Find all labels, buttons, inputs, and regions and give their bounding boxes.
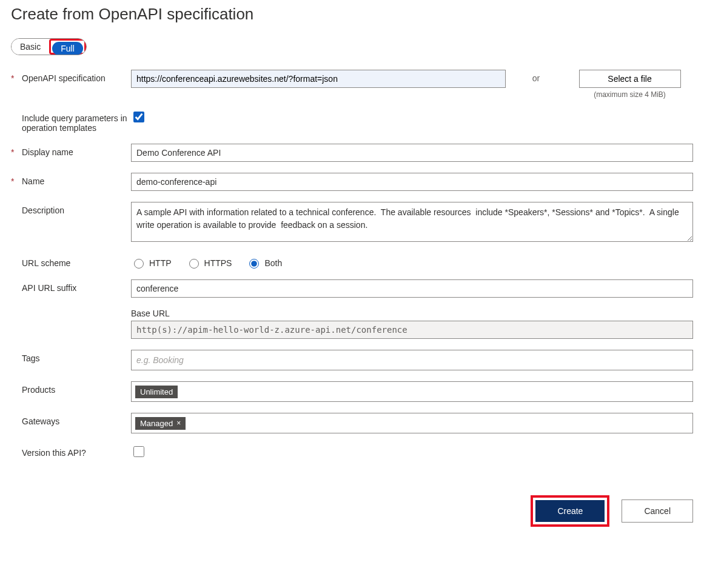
version-checkbox[interactable]	[133, 446, 144, 457]
description-textarea[interactable]: A sample API with information related to…	[131, 202, 693, 242]
required-marker: *	[11, 173, 22, 186]
or-text: or	[506, 70, 566, 83]
close-icon[interactable]: ×	[176, 419, 181, 427]
url-scheme-label: URL scheme	[22, 255, 131, 268]
display-name-input[interactable]	[131, 144, 693, 162]
include-query-checkbox[interactable]	[133, 112, 144, 122]
radio-both[interactable]: Both	[246, 257, 282, 269]
toggle-full[interactable]: Full	[52, 42, 83, 55]
required-marker: *	[11, 70, 22, 83]
gateway-chip[interactable]: Managed ×	[135, 417, 186, 430]
include-query-label: Include query parameters in operation te…	[22, 110, 131, 133]
base-url-label: Base URL	[131, 309, 693, 318]
create-button[interactable]: Create	[535, 500, 605, 522]
api-url-suffix-label: API URL suffix	[22, 279, 131, 293]
select-file-button[interactable]: Select a file	[579, 70, 681, 88]
tags-label: Tags	[22, 350, 131, 363]
name-input[interactable]	[131, 173, 693, 191]
page-title: Create from OpenAPI specification	[11, 5, 693, 24]
tags-input[interactable]: e.g. Booking	[131, 350, 693, 370]
cancel-button[interactable]: Cancel	[622, 499, 693, 523]
toggle-basic[interactable]: Basic	[12, 39, 49, 55]
base-url-input	[131, 321, 693, 339]
file-size-hint: (maximum size 4 MiB)	[566, 90, 693, 99]
api-url-suffix-input[interactable]	[131, 279, 693, 298]
gateways-label: Gateways	[22, 413, 131, 426]
products-label: Products	[22, 381, 131, 395]
openapi-spec-label: OpenAPI specification	[22, 70, 131, 83]
display-name-label: Display name	[22, 144, 131, 157]
required-marker: *	[11, 144, 22, 157]
radio-http[interactable]: HTTP	[131, 257, 172, 269]
openapi-spec-input[interactable]	[131, 70, 506, 88]
description-label: Description	[22, 202, 131, 215]
highlight-full: Full	[49, 39, 86, 55]
mode-toggle: Basic Full	[11, 38, 87, 55]
products-input[interactable]: Unlimited	[131, 381, 693, 402]
highlight-create: Create	[531, 495, 609, 527]
gateways-input[interactable]: Managed ×	[131, 413, 693, 433]
product-chip[interactable]: Unlimited	[135, 386, 178, 398]
tags-placeholder: e.g. Booking	[135, 355, 184, 365]
name-label: Name	[22, 173, 131, 186]
version-label: Version this API?	[22, 444, 131, 458]
radio-https[interactable]: HTTPS	[186, 257, 232, 269]
